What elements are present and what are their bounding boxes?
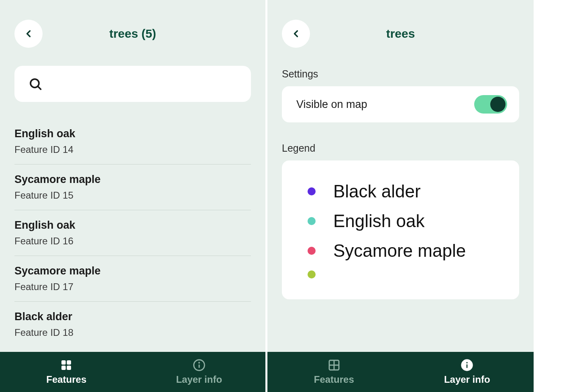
legend-label: English oak (333, 211, 424, 231)
legend-item (308, 270, 493, 278)
back-button[interactable] (282, 20, 310, 48)
bottom-nav: Features Layer info (0, 352, 265, 392)
svg-rect-13 (467, 364, 468, 368)
feature-id: Feature ID 16 (14, 236, 251, 247)
feature-name: Black alder (14, 311, 251, 323)
header: trees (5) (0, 0, 265, 48)
info-icon (193, 359, 206, 372)
back-button[interactable] (14, 20, 43, 48)
legend-item: Black alder (308, 181, 493, 201)
chevron-left-icon (290, 28, 302, 39)
feature-name: Sycamore maple (14, 173, 251, 186)
svg-rect-5 (67, 366, 71, 370)
visible-on-map-label: Visible on map (296, 98, 367, 111)
features-list: English oak Feature ID 14 Sycamore maple… (0, 102, 265, 352)
grid-icon (60, 359, 73, 372)
legend-item: Sycamore maple (308, 241, 493, 261)
search-field[interactable] (49, 78, 237, 89)
list-item[interactable]: Black alder Feature ID 18 (14, 302, 251, 347)
svg-rect-4 (61, 366, 66, 370)
legend-item: English oak (308, 211, 493, 231)
legend-label: Black alder (333, 181, 421, 201)
feature-id: Feature ID 14 (14, 144, 251, 155)
grid-icon (328, 359, 340, 372)
legend-swatch (308, 187, 316, 195)
nav-features[interactable]: Features (0, 352, 133, 392)
feature-id: Feature ID 17 (14, 281, 251, 292)
nav-label: Features (314, 374, 354, 385)
legend-swatch (308, 247, 316, 255)
legend-swatch (308, 217, 316, 225)
visible-on-map-toggle[interactable] (474, 95, 507, 114)
search-container (0, 48, 265, 102)
legend-swatch (308, 270, 316, 278)
list-item[interactable]: English oak Feature ID 14 (14, 119, 251, 165)
feature-name: Sycamore maple (14, 265, 251, 277)
feature-id: Feature ID 18 (14, 327, 251, 338)
settings-heading: Settings (267, 48, 534, 86)
nav-label: Layer info (176, 374, 222, 385)
list-item[interactable]: Sycamore maple Feature ID 15 (14, 165, 251, 210)
svg-rect-2 (61, 360, 66, 365)
search-input[interactable] (14, 66, 251, 102)
bottom-nav: Features Layer info (267, 352, 534, 392)
feature-id: Feature ID 15 (14, 190, 251, 201)
feature-name: English oak (14, 219, 251, 232)
list-item[interactable]: Sycamore maple Feature ID 17 (14, 256, 251, 302)
nav-features[interactable]: Features (267, 352, 401, 392)
chevron-left-icon (23, 28, 34, 39)
toggle-knob (490, 97, 506, 112)
visible-on-map-row: Visible on map (282, 86, 519, 122)
nav-layer-info[interactable]: Layer info (133, 352, 266, 392)
header: trees (267, 0, 534, 48)
legend-heading: Legend (267, 122, 534, 160)
layer-info-pane: trees Settings Visible on map Legend Bla… (267, 0, 534, 392)
nav-layer-info[interactable]: Layer info (401, 352, 534, 392)
search-icon (28, 77, 43, 91)
svg-rect-3 (67, 360, 71, 365)
svg-point-8 (199, 362, 199, 363)
feature-name: English oak (14, 128, 251, 140)
features-pane: trees (5) English oak Feature ID 14 Syca… (0, 0, 266, 392)
legend-card: Black alder English oak Sycamore maple (282, 160, 519, 299)
settings-card: Visible on map (282, 86, 519, 122)
legend-label: Sycamore maple (333, 241, 466, 261)
info-icon (461, 359, 473, 372)
list-item[interactable]: English oak Feature ID 16 (14, 210, 251, 256)
nav-label: Layer info (444, 374, 490, 385)
svg-line-1 (38, 86, 41, 89)
nav-label: Features (46, 374, 86, 385)
svg-point-14 (467, 362, 468, 363)
